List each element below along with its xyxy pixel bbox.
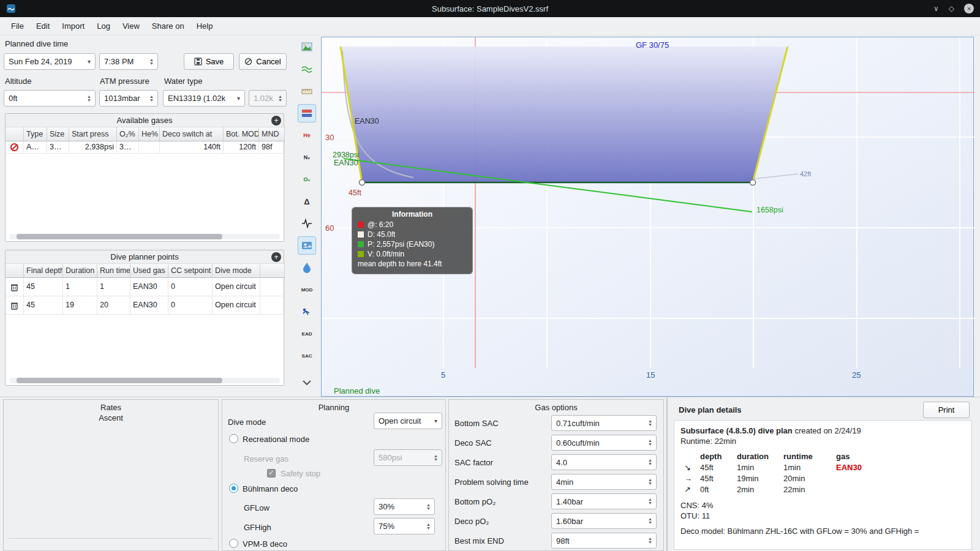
delete-point-icon[interactable] xyxy=(6,278,24,296)
add-gas-button[interactable]: + xyxy=(271,116,281,126)
tissue-graph-toggle[interactable]: Δ xyxy=(298,192,316,211)
close-icon[interactable]: × xyxy=(964,4,974,13)
menu-help[interactable]: Help xyxy=(190,18,219,34)
dive-planner-points-groupbox: Dive planner points + Final depth Durati… xyxy=(5,250,284,386)
point-depth-cell[interactable]: 45 xyxy=(24,296,63,315)
ruler-icon[interactable] xyxy=(298,82,316,100)
dive-profile-area xyxy=(341,47,788,182)
gas-bot-mod-cell[interactable]: 120ft xyxy=(224,141,259,154)
vpmb-deco-radio[interactable] xyxy=(229,539,238,548)
ead-toggle[interactable]: EAD xyxy=(298,324,316,343)
ascend-arrow-icon: ↗ xyxy=(684,484,700,495)
toolbar-scroll-down-icon[interactable] xyxy=(298,373,316,392)
profile-toolbar: He N₂ O₂ Δ MOD EAD SAC xyxy=(293,38,320,392)
point-divemode-cell[interactable]: Open circuit xyxy=(213,296,260,315)
o2-graph-toggle[interactable]: O₂ xyxy=(298,170,316,189)
buhlmann-deco-radio[interactable] xyxy=(229,484,238,493)
point-divemode-cell[interactable]: Open circuit xyxy=(213,278,260,296)
waypoint-handle[interactable] xyxy=(360,180,365,186)
gases-hscrollbar[interactable] xyxy=(9,234,280,239)
altitude-spinbox[interactable]: 0ft ▲▼ xyxy=(4,90,96,107)
deco-sac-spinbox[interactable]: 0.60cuft/min▲▼ xyxy=(551,435,657,451)
swatch-pressure xyxy=(358,241,364,247)
point-gas-cell[interactable]: EAN30 xyxy=(130,278,168,296)
menu-share-on[interactable]: Share on xyxy=(146,18,190,34)
dive-date-combobox[interactable]: Sun Feb 24, 2019 ▾ xyxy=(4,53,96,70)
gflow-spinbox[interactable]: 30% ▲▼ xyxy=(374,498,435,515)
spin-arrows-icon[interactable]: ▲▼ xyxy=(148,58,156,66)
photos-toggle-icon[interactable] xyxy=(298,236,316,255)
cancel-button[interactable]: Cancel xyxy=(239,53,287,70)
gas-size-cell[interactable]: 3… xyxy=(47,141,69,154)
point-setpoint-cell[interactable]: 0 xyxy=(168,278,213,296)
depth-tick-30: 30 xyxy=(325,133,334,142)
profile-info-tooltip[interactable]: Information @: 6:20 D: 45.0ft P: 2,557ps… xyxy=(352,207,473,274)
heart-rate-icon[interactable] xyxy=(298,214,316,233)
best-mix-end-spinbox[interactable]: 98ft▲▼ xyxy=(551,533,657,549)
dive-mode-combobox[interactable]: Open circuit ▾ xyxy=(374,413,442,429)
bottom-sac-label: Bottom SAC xyxy=(454,419,499,428)
plan-segments-table: depth duration runtime gas ↘ 45ft 1min 1… xyxy=(684,451,965,495)
minimize-icon[interactable]: ∨ xyxy=(933,4,939,13)
gas-start-press-cell[interactable]: 2,938psi xyxy=(69,141,117,154)
gas-deco-switch-cell[interactable]: 140ft xyxy=(160,141,224,154)
ascent-title: Ascent xyxy=(4,412,218,422)
dive-time-spinbox[interactable]: 7:38 PM ▲▼ xyxy=(99,53,158,70)
problem-solving-time-spinbox[interactable]: 4min▲▼ xyxy=(551,474,657,490)
safety-stop-label: Safety stop xyxy=(281,469,320,478)
save-button[interactable]: Save xyxy=(184,53,234,70)
point-runtime-cell[interactable]: 20 xyxy=(97,296,130,315)
menu-edit[interactable]: Edit xyxy=(30,18,56,34)
deco-po2-label: Deco pO₂ xyxy=(454,517,489,526)
point-duration-cell[interactable]: 19 xyxy=(63,296,97,315)
menu-log[interactable]: Log xyxy=(91,18,116,34)
atm-pressure-spinbox[interactable]: 1013mbar ▲▼ xyxy=(99,90,158,107)
waypoint-handle[interactable] xyxy=(750,180,756,186)
points-hscrollbar-thumb[interactable] xyxy=(17,378,222,383)
mod-toggle[interactable]: MOD xyxy=(298,280,316,299)
problem-solving-time-label: Problem solving time xyxy=(454,478,529,487)
profile-photo-icon[interactable] xyxy=(298,38,316,56)
gases-hscrollbar-thumb[interactable] xyxy=(17,234,222,239)
point-duration-cell[interactable]: 1 xyxy=(63,278,97,296)
gfhigh-spinbox[interactable]: 75% ▲▼ xyxy=(374,518,435,534)
he-graph-toggle[interactable]: He xyxy=(298,126,316,144)
maximize-icon[interactable]: ◇ xyxy=(949,4,954,13)
gas-he-cell[interactable] xyxy=(139,141,160,154)
plan-runtime: Runtime: 22min xyxy=(680,436,965,446)
ceiling-increments-icon[interactable] xyxy=(298,104,316,122)
point-runtime-cell[interactable]: 1 xyxy=(97,278,130,296)
dive-profile-chart[interactable]: GF 30/75 30 60 5 15 25 EAN30 2938psi EAN… xyxy=(321,37,974,397)
recreational-mode-radio[interactable] xyxy=(229,434,238,443)
safety-stop-checkbox[interactable] xyxy=(267,469,276,478)
menu-file[interactable]: File xyxy=(5,18,30,34)
gas-o2-cell[interactable]: 3… xyxy=(117,141,139,154)
n2-graph-toggle[interactable]: N₂ xyxy=(298,148,316,167)
vertical-splitter[interactable] xyxy=(666,398,668,551)
ceiling-icon[interactable] xyxy=(298,60,316,78)
available-gases-table: Type Size Start press O₂% He% Deco switc… xyxy=(6,127,284,154)
gas-type-cell[interactable]: A… xyxy=(24,141,47,154)
menu-view[interactable]: View xyxy=(116,18,146,34)
delete-point-icon[interactable] xyxy=(6,296,24,315)
point-gas-cell[interactable]: EAN30 xyxy=(130,296,168,315)
point-setpoint-cell[interactable]: 0 xyxy=(168,296,213,315)
bottom-sac-spinbox[interactable]: 0.71cuft/min▲▼ xyxy=(551,415,657,431)
water-type-combobox[interactable]: EN13319 (1.02k ▾ xyxy=(163,90,245,107)
sac-toggle[interactable]: SAC xyxy=(298,347,316,365)
menu-import[interactable]: Import xyxy=(56,18,91,34)
deco-po2-spinbox[interactable]: 1.60bar▲▼ xyxy=(551,513,657,529)
horizontal-splitter[interactable] xyxy=(0,397,980,397)
depth-tick-60: 60 xyxy=(325,223,334,233)
gas-mnd-cell[interactable]: 98f xyxy=(259,141,285,154)
remove-gas-icon[interactable] xyxy=(6,141,24,154)
point-depth-cell[interactable]: 45 xyxy=(24,278,63,296)
buhlmann-deco-label: Bühlmann deco xyxy=(243,484,298,493)
points-hscrollbar[interactable] xyxy=(9,378,280,383)
print-button[interactable]: Print xyxy=(923,402,970,418)
bottom-po2-spinbox[interactable]: 1.40bar▲▼ xyxy=(551,493,657,509)
gas-flask-icon[interactable] xyxy=(298,258,316,277)
add-point-button[interactable]: + xyxy=(271,252,281,262)
sac-factor-spinbox[interactable]: 4.0▲▼ xyxy=(551,454,657,470)
diver-icon[interactable] xyxy=(298,302,316,321)
